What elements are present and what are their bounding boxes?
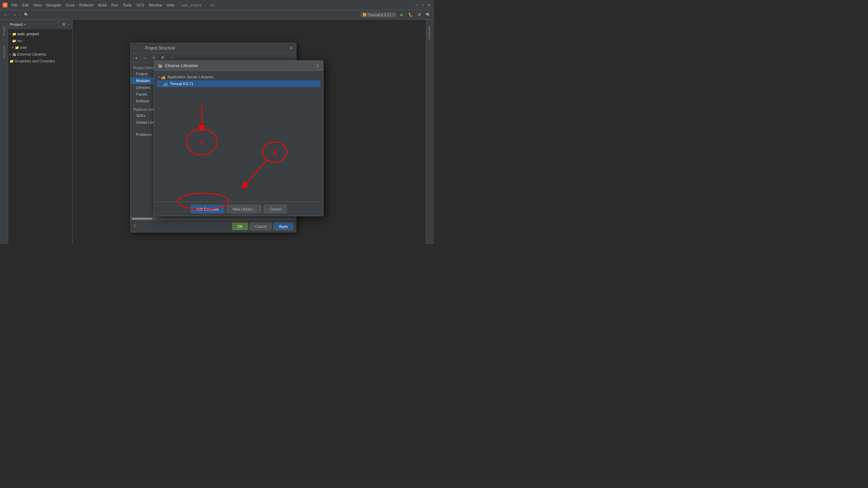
structure-icon[interactable]: Structure [1, 42, 7, 62]
menu-view[interactable]: View [32, 2, 44, 8]
app-server-libs-label: Application Server Libraries [167, 75, 213, 79]
tree-item-web-project[interactable]: ▾ 📁 web_project [8, 30, 72, 37]
extlibs-label: External Libraries [17, 52, 46, 56]
minimize-button[interactable]: ─ [414, 3, 419, 7]
server-libs-icon [161, 75, 165, 79]
search-button[interactable]: 🔍 [425, 11, 432, 19]
dialog-horizontal-scrollbar[interactable] [131, 217, 296, 220]
tomcat-icon: 🐱 [362, 13, 367, 17]
tree-item-src[interactable]: 📂 src [8, 37, 72, 44]
add-selected-button[interactable]: Add Selected [191, 205, 224, 213]
menu-edit[interactable]: Edit [20, 2, 31, 8]
menu-bar: File Edit View Navigate Code Refactor Bu… [9, 2, 176, 8]
debug-button[interactable]: 🐛 [407, 11, 414, 19]
toolbar-divider [20, 12, 21, 18]
tree-expand-icon: ▾ [9, 32, 11, 36]
menu-file[interactable]: File [9, 2, 20, 8]
app-server-libs-section: ▾ Application Server Libraries [157, 74, 320, 87]
choose-libs-title: 📚 Choose Libraries [158, 63, 198, 68]
choose-libs-footer: Add Selected New Library... Cancel [154, 202, 323, 216]
project-panel-header: Project ▾ ⚙ ─ [8, 20, 72, 29]
breadcrumb: src [210, 3, 215, 7]
project-structure-close-button[interactable]: ✕ [289, 45, 293, 51]
maximize-button[interactable]: □ [420, 3, 425, 7]
forward-button[interactable]: → [11, 11, 18, 19]
choose-libs-title-text: Choose Libraries [165, 63, 198, 68]
main-toolbar: ← → 🔍 🐱 Tomcat 8.5.71 ▾ ▶ 🐛 ⚙ 🔍 [0, 10, 434, 20]
ps-remove-btn[interactable]: − [141, 54, 149, 62]
app-icon: IJ [3, 3, 7, 7]
breadcrumb-separator: › [204, 3, 205, 7]
scratches-label: Scratches and Consoles [15, 59, 55, 63]
title-bar-left: IJ File Edit View Navigate Code Refactor… [3, 2, 215, 8]
window-controls: ─ □ ✕ [414, 3, 431, 7]
extlibs-expand-icon: ▸ [9, 53, 11, 56]
project-title: web_project [181, 3, 201, 7]
project-panel: Project ▾ ⚙ ─ ▾ 📁 web_project 📂 src ▸ 📁 … [8, 20, 73, 244]
scrollbar-thumb [132, 218, 152, 220]
project-icon[interactable]: Project [1, 21, 7, 41]
left-sidebar-icons: Project Structure Favorites [0, 20, 8, 244]
menu-refactor[interactable]: Refactor [77, 2, 96, 8]
search-everywhere-button[interactable]: 🔍 [23, 11, 30, 19]
menu-tools[interactable]: Tools [121, 2, 134, 8]
run-config-dropdown-icon: ▾ [393, 13, 395, 17]
choose-libs-close-button[interactable]: ✕ [316, 63, 320, 68]
libs-title-icon: 📚 [158, 63, 163, 68]
main-layout: Project Structure Favorites Project ▾ ⚙ … [0, 20, 434, 244]
project-structure-title: Project Structure [145, 46, 175, 50]
section-collapse-icon: ▾ [158, 75, 160, 79]
tree-item-scratches[interactable]: 📁 Scratches and Consoles [8, 58, 72, 64]
choose-libs-body: ▾ Application Server Libraries [154, 71, 323, 202]
tree-item-web[interactable]: ▸ 📁 web [8, 44, 72, 51]
choose-libraries-dialog: 📚 Choose Libraries ✕ ▾ Application Serve… [154, 60, 323, 216]
app-server-libs-header[interactable]: ▾ Application Server Libraries [157, 74, 320, 80]
web-folder-label: web [20, 45, 27, 49]
tomcat-lib-name: Tomcat 8.5.71 [170, 82, 193, 86]
panel-settings-icon[interactable]: ⚙ [62, 22, 65, 27]
choose-libs-title-bar: 📚 Choose Libraries ✕ [154, 61, 323, 71]
run-config-name: Tomcat 8.5.71 [368, 13, 391, 17]
project-panel-title: Project [10, 22, 23, 26]
close-button[interactable]: ✕ [427, 3, 431, 7]
web-folder-icon: 📁 [15, 46, 19, 49]
tomcat-lib-icon [164, 81, 167, 86]
database-sidebar[interactable]: Database [426, 20, 432, 47]
menu-help[interactable]: Help [165, 2, 177, 8]
run-configuration[interactable]: 🐱 Tomcat 8.5.71 ▾ [360, 12, 397, 18]
project-view-dropdown[interactable]: ▾ [24, 23, 26, 26]
ok-button[interactable]: OK [232, 223, 248, 230]
menu-run[interactable]: Run [109, 2, 120, 8]
menu-code[interactable]: Code [64, 2, 77, 8]
tree-item-external-libs[interactable]: ▸ 📚 External Libraries [8, 51, 72, 58]
back-button[interactable]: ← [2, 11, 9, 19]
apply-button[interactable]: Apply [274, 223, 293, 230]
panel-collapse-icon[interactable]: ─ [67, 22, 70, 26]
right-sidebar: Database [426, 20, 434, 244]
menu-vcs[interactable]: VCS [134, 2, 146, 8]
project-tree: ▾ 📁 web_project 📂 src ▸ 📁 web ▸ 📚 Extern… [8, 29, 72, 244]
menu-window[interactable]: Window [147, 2, 164, 8]
settings-button[interactable]: ⚙ [416, 11, 423, 19]
project-folder-icon: 📁 [12, 32, 16, 36]
tomcat-lib-item[interactable]: Tomcat 8.5.71 [157, 80, 320, 87]
help-icon[interactable]: ? [133, 224, 136, 229]
forward-nav-icon[interactable]: → [139, 46, 143, 50]
title-bar: IJ File Edit View Navigate Code Refactor… [0, 0, 434, 10]
ps-add-btn[interactable]: + [133, 54, 140, 62]
choose-cancel-button[interactable]: Cancel [264, 205, 287, 213]
menu-build[interactable]: Build [96, 2, 108, 8]
dialog-title-left: ← → Project Structure [133, 46, 175, 50]
content-area: ← → Project Structure ✕ + − ⎘ ⚙ − Projec… [73, 20, 426, 244]
src-folder-icon: 📂 [12, 39, 16, 43]
extlibs-icon: 📚 [12, 53, 16, 56]
back-nav-icon[interactable]: ← [133, 46, 137, 50]
project-name: web_project [17, 32, 39, 36]
scratches-icon: 📁 [9, 59, 14, 63]
project-structure-footer: ? OK Cancel Apply [131, 220, 296, 232]
menu-navigate[interactable]: Navigate [44, 2, 63, 8]
run-button[interactable]: ▶ [398, 11, 406, 19]
cancel-button[interactable]: Cancel [250, 223, 272, 230]
web-expand-icon: ▸ [12, 46, 14, 49]
new-library-button[interactable]: New Library... [227, 205, 261, 213]
